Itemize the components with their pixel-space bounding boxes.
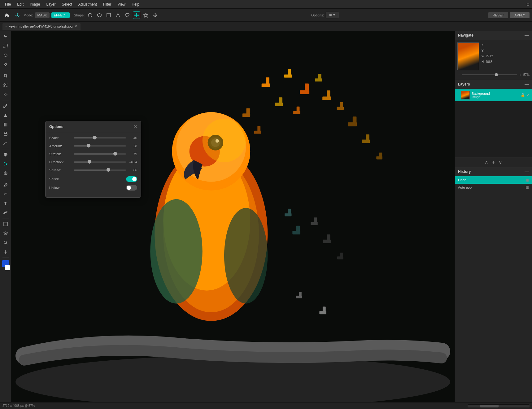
svg-marker-2: [98, 13, 101, 17]
options-close-button[interactable]: ✕: [133, 124, 137, 130]
secondary-color[interactable]: [5, 265, 10, 270]
menu-select[interactable]: Select: [59, 2, 74, 7]
svg-rect-6: [134, 15, 139, 15]
file-icon: ▫: [6, 24, 7, 28]
pan-tool[interactable]: [1, 248, 10, 256]
stamp-tool[interactable]: [1, 111, 10, 120]
menu-image[interactable]: Image: [27, 2, 42, 7]
layers-tool[interactable]: [1, 229, 10, 238]
hollow-toggle-row: Hollow: [49, 185, 137, 191]
file-tab[interactable]: ▫ kevin-mueller-aeNg4YA41P8-unsplash.jpg…: [2, 23, 81, 30]
scroll-thumb[interactable]: [480, 405, 499, 407]
history-item-autopop[interactable]: Auto pop ▦: [455, 184, 532, 191]
shape-square-btn[interactable]: [105, 11, 112, 19]
amount-slider[interactable]: [74, 145, 126, 147]
layer-lock-icon[interactable]: 🔒: [521, 93, 525, 97]
layer-item-background[interactable]: Background Image 🔒 ✓: [455, 89, 532, 101]
effect-mode-button[interactable]: EFFECT: [51, 12, 70, 18]
zoom-tool[interactable]: [1, 238, 10, 247]
shrink-toggle[interactable]: [126, 176, 137, 182]
menu-view[interactable]: View: [115, 2, 128, 7]
menu-adjustment[interactable]: Adjustment: [76, 2, 99, 7]
shape-circle-btn[interactable]: [86, 11, 94, 19]
navigate-panel-header: Navigate —: [455, 31, 532, 40]
apply-button[interactable]: APPLY: [510, 12, 530, 18]
zoom-in-button[interactable]: +: [519, 72, 521, 77]
stretch-value: 79: [126, 152, 137, 156]
menu-filter[interactable]: Filter: [101, 2, 114, 7]
svg-point-23: [4, 165, 5, 165]
svg-rect-46: [284, 75, 292, 78]
shape-triangle-btn[interactable]: [114, 11, 122, 19]
layer-active-indicator: [457, 91, 459, 99]
warp-tool[interactable]: [1, 90, 10, 99]
menu-layer[interactable]: Layer: [44, 2, 58, 7]
gradient-tool[interactable]: [1, 120, 10, 129]
hollow-toggle[interactable]: [126, 185, 137, 191]
spread-slider[interactable]: [74, 169, 126, 171]
history-open-icon: ▦: [525, 178, 529, 182]
text-tool[interactable]: T: [1, 199, 10, 208]
navigate-collapse-button[interactable]: —: [525, 33, 529, 38]
layer-down-button[interactable]: ∨: [499, 159, 502, 165]
select-tool[interactable]: [1, 32, 10, 41]
history-collapse-button[interactable]: —: [525, 169, 529, 174]
paint-tool[interactable]: [1, 139, 10, 147]
shape-plus-btn[interactable]: [133, 11, 140, 19]
circle-select-tool[interactable]: [1, 169, 10, 178]
particle-tool[interactable]: [1, 160, 10, 168]
lasso-tool[interactable]: [1, 51, 10, 59]
svg-rect-58: [275, 103, 283, 106]
dropper-tool[interactable]: [1, 208, 10, 217]
stretch-slider[interactable]: [74, 153, 126, 155]
shape-heart-btn[interactable]: [124, 11, 131, 19]
layer-visible-icon[interactable]: ✓: [526, 93, 530, 97]
brush-tool[interactable]: [1, 102, 10, 110]
menu-help[interactable]: Help: [129, 2, 142, 7]
globe-tool[interactable]: [1, 150, 10, 159]
gear-icon[interactable]: [13, 11, 22, 20]
marquee-tool[interactable]: [1, 42, 10, 50]
shape-star-btn[interactable]: [142, 11, 150, 19]
eraser-tool[interactable]: [1, 130, 10, 138]
mask-mode-button[interactable]: MASK: [35, 12, 50, 18]
reset-button[interactable]: RESET: [488, 12, 508, 18]
menu-edit[interactable]: Edit: [15, 2, 26, 7]
history-item-open[interactable]: Open ▦: [455, 176, 532, 184]
stretch-label: Stretch:: [49, 152, 74, 156]
scale-slider[interactable]: [74, 137, 126, 139]
horizontal-scrollbar[interactable]: [468, 404, 530, 407]
svg-rect-54: [337, 107, 344, 110]
svg-rect-82: [254, 131, 261, 134]
tab-close-icon[interactable]: ✕: [74, 24, 77, 29]
menubar: File Edit Image Layer Select Adjustment …: [0, 0, 532, 9]
crop-tool[interactable]: [1, 72, 10, 80]
scale-value: 40: [126, 136, 137, 140]
zoom-out-button[interactable]: −: [457, 72, 460, 77]
svg-point-34: [224, 208, 268, 304]
canvas-area[interactable]: Options ✕ Scale: 40 Amount:: [11, 31, 455, 402]
layer-icons: 🔒 ✓: [521, 93, 530, 97]
pen-tool[interactable]: [1, 180, 10, 189]
layers-collapse-button[interactable]: —: [525, 82, 529, 87]
zoom-slider[interactable]: [462, 74, 517, 75]
nav-thumbnail[interactable]: [457, 42, 479, 70]
layer-info: Background Image: [472, 92, 519, 99]
menu-file[interactable]: File: [2, 2, 13, 7]
smooth-tool[interactable]: [1, 190, 10, 198]
direction-slider[interactable]: [74, 161, 126, 163]
history-panel-header: History —: [455, 167, 532, 176]
eyedropper-tool[interactable]: [1, 60, 10, 69]
layer-up-button[interactable]: ∧: [485, 159, 488, 165]
options-dropdown-button[interactable]: ⊞▾: [326, 12, 338, 18]
status-info: 2712 x 4068 px @ 57%: [2, 404, 35, 407]
history-section: History — Open ▦ Auto pop ▦: [455, 167, 532, 402]
scissors-tool[interactable]: [1, 81, 10, 90]
shape-hexagon-btn[interactable]: [96, 11, 103, 19]
maximize-icon[interactable]: ⊡: [526, 2, 530, 7]
home-icon[interactable]: [2, 11, 11, 20]
shape-move-btn[interactable]: [151, 11, 159, 19]
main-layout: T: [0, 31, 532, 402]
shape-tool[interactable]: [1, 220, 10, 228]
layer-add-button[interactable]: +: [492, 160, 495, 165]
